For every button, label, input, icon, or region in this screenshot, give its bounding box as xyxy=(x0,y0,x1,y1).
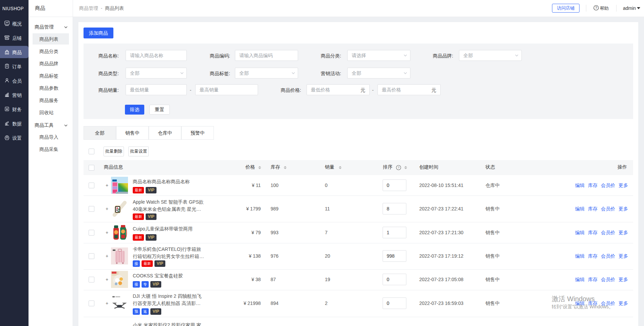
svg-text:?: ? xyxy=(398,166,399,169)
svg-text:?: ? xyxy=(595,6,597,10)
